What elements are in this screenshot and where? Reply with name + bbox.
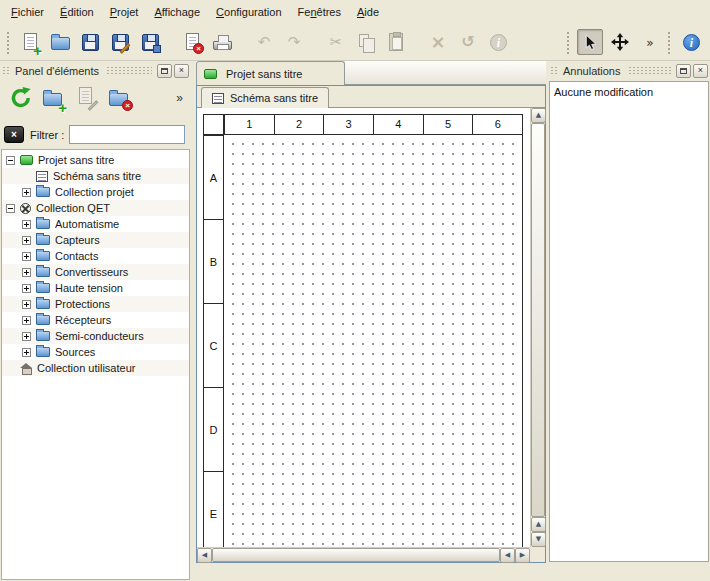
scroll-left-button[interactable]: ◀: [197, 548, 212, 563]
scroll-up-button-bottom[interactable]: ▲: [531, 517, 546, 532]
vertical-scrollbar[interactable]: ▲ ▲ ▼: [530, 108, 545, 547]
tree-item[interactable]: Projet sans titre: [2, 152, 189, 168]
menu-item[interactable]: Fenêtres: [290, 0, 349, 23]
reload-collections-button[interactable]: [6, 83, 35, 112]
rotate-button[interactable]: ↺: [455, 29, 481, 55]
copy-pages-icon: [359, 34, 369, 47]
scroll-right-button[interactable]: ▶: [515, 548, 530, 563]
tree-expander[interactable]: [22, 188, 31, 197]
menu-item[interactable]: Aide: [349, 0, 387, 23]
save-as-button[interactable]: [107, 29, 133, 55]
row-label: D: [204, 387, 223, 471]
tree-expander[interactable]: [22, 332, 31, 341]
scroll-up-button[interactable]: ▲: [531, 108, 546, 123]
vertical-scrollbar-thumb[interactable]: [531, 123, 545, 517]
cursor-arrow-icon: [582, 34, 599, 51]
project-subwindow: Schéma sans titre 123456: [196, 85, 546, 563]
left-arrow-icon: ◀: [202, 552, 207, 559]
horizontal-scrollbar-thumb[interactable]: [212, 548, 500, 562]
tree-item[interactable]: Convertisseurs: [2, 264, 189, 280]
delete-button[interactable]: ×: [425, 29, 451, 55]
tree-item[interactable]: Collection QET: [2, 200, 189, 216]
new-project-button[interactable]: +: [17, 29, 43, 55]
tree-item[interactable]: Protections: [2, 296, 189, 312]
undo-list-item[interactable]: Aucune modification: [552, 85, 706, 101]
clear-filter-button[interactable]: ×: [4, 126, 24, 143]
menu-item[interactable]: Configuration: [208, 0, 289, 23]
filter-input[interactable]: [69, 125, 185, 144]
project-area: Projet sans titre Schéma sans titre: [196, 61, 546, 581]
tree-item[interactable]: Automatisme: [2, 216, 189, 232]
cut-button[interactable]: ✂: [323, 29, 349, 55]
edit-element-button[interactable]: [72, 83, 101, 112]
dock-float-button[interactable]: [676, 64, 691, 78]
copy-button[interactable]: [353, 29, 379, 55]
dock-close-button[interactable]: ×: [693, 64, 708, 78]
scroll-left-button-right[interactable]: ◀: [500, 548, 515, 563]
about-button[interactable]: i: [678, 29, 704, 55]
tree-expander[interactable]: [22, 300, 31, 309]
schema-icon: [212, 93, 224, 104]
column-label: 1: [224, 115, 274, 134]
move-arrows-icon: [611, 33, 629, 51]
horizontal-scrollbar-track[interactable]: [212, 548, 500, 562]
tree-item[interactable]: Sources: [2, 344, 189, 360]
redo-arrow-icon: ↷: [282, 30, 306, 54]
selection-tool-button[interactable]: [577, 29, 603, 55]
diagram-view[interactable]: 123456 ABCDE: [197, 108, 530, 547]
dock-close-button[interactable]: ×: [174, 64, 189, 78]
tree-item[interactable]: Haute tension: [2, 280, 189, 296]
toolbar-overflow-button[interactable]: »: [637, 29, 663, 55]
tree-expander[interactable]: [22, 284, 31, 293]
menu-item[interactable]: Fichier: [3, 0, 52, 23]
float-icon: [161, 68, 168, 74]
save-button[interactable]: [77, 29, 103, 55]
tree-item[interactable]: Récepteurs: [2, 312, 189, 328]
elements-panel-toolbar: + × »: [0, 79, 191, 116]
tab-schema-sans-titre[interactable]: Schéma sans titre: [201, 87, 329, 108]
menu-item[interactable]: Édition: [52, 0, 102, 23]
tree-item[interactable]: Semi-conducteurs: [2, 328, 189, 344]
tree-item[interactable]: Schéma sans titre: [2, 168, 189, 184]
diagram-grid[interactable]: [224, 135, 522, 547]
save-all-button[interactable]: [137, 29, 163, 55]
tree-expander[interactable]: [22, 316, 31, 325]
tree-item-icon: [36, 347, 50, 357]
tree-expander[interactable]: [22, 268, 31, 277]
tree-expander[interactable]: [22, 236, 31, 245]
tree-expander[interactable]: [22, 348, 31, 357]
close-project-button[interactable]: ×: [179, 29, 205, 55]
menu-item[interactable]: Projet: [102, 0, 147, 23]
horizontal-scrollbar[interactable]: ◀ ◀ ▶: [197, 547, 530, 562]
tree-expander[interactable]: [22, 220, 31, 229]
undo-button[interactable]: ↶: [251, 29, 277, 55]
tree-item[interactable]: Collection projet: [2, 184, 189, 200]
toolbar-drag-handle[interactable]: [666, 30, 672, 54]
scroll-down-button[interactable]: ▼: [531, 532, 546, 547]
new-element-button[interactable]: +: [39, 83, 68, 112]
tree-item[interactable]: Collection utilisateur: [2, 360, 189, 376]
menu-item[interactable]: Affichage: [146, 0, 208, 23]
dock-grip: [628, 66, 672, 75]
dock-float-button[interactable]: [157, 64, 172, 78]
tree-expander[interactable]: [6, 204, 15, 213]
toolbar-drag-handle[interactable]: [565, 30, 571, 54]
toolbar-drag-handle[interactable]: [5, 30, 11, 54]
vertical-scrollbar-track[interactable]: [531, 123, 545, 517]
elements-panel-title-bar[interactable]: Panel d'éléments ×: [0, 62, 191, 79]
tree-expander[interactable]: [22, 252, 31, 261]
undo-panel-title-bar[interactable]: Annulations ×: [548, 62, 710, 79]
print-button[interactable]: [209, 29, 235, 55]
pan-tool-button[interactable]: [607, 29, 633, 55]
tab-projet-sans-titre[interactable]: Projet sans titre: [196, 61, 345, 85]
tree-expander[interactable]: [6, 156, 15, 165]
element-info-button[interactable]: i: [485, 29, 511, 55]
tree-item[interactable]: Contacts: [2, 248, 189, 264]
redo-button[interactable]: ↷: [281, 29, 307, 55]
tree-item[interactable]: Capteurs: [2, 232, 189, 248]
panel-toolbar-overflow-button[interactable]: »: [176, 85, 183, 111]
delete-element-button[interactable]: ×: [105, 83, 134, 112]
open-project-button[interactable]: [47, 29, 73, 55]
tree-item-icon: [36, 187, 50, 197]
paste-button[interactable]: [383, 29, 409, 55]
